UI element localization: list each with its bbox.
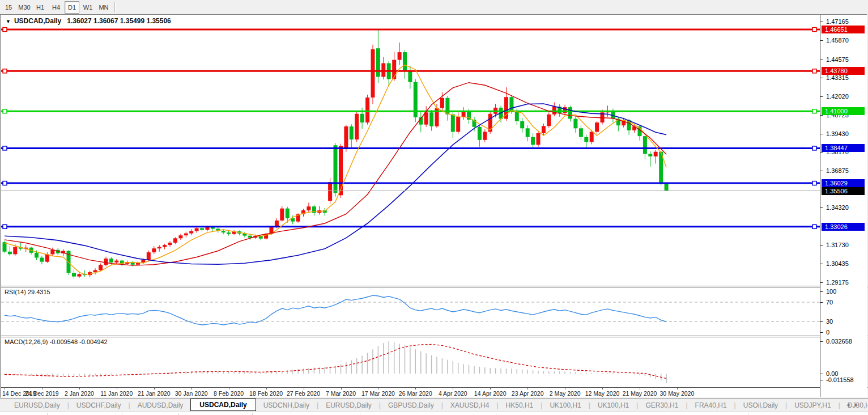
axis-tick (820, 264, 823, 264)
tab-hk50-h1[interactable]: HK50,H1 (499, 400, 541, 411)
axis-tick (820, 60, 823, 60)
date-tick (117, 388, 117, 389)
rsi-axis-label: 70 (826, 299, 833, 306)
date-tick (79, 388, 80, 389)
axis-tick (820, 134, 823, 134)
date-tick (602, 388, 603, 389)
date-label: 26 Mar 2020 (399, 390, 432, 397)
price-axis-label: 1.29175 (826, 279, 849, 286)
tab-ger30-h1[interactable]: GER30,H1 (638, 400, 686, 411)
timeframe-button-w1[interactable]: W1 (80, 1, 95, 14)
axis-tick (820, 374, 823, 374)
axis-tick (820, 40, 823, 41)
axis-tick (820, 282, 823, 283)
timeframe-button-h4[interactable]: H4 (49, 1, 63, 14)
tab-usdcad-daily[interactable]: USDCAD,Daily (190, 399, 256, 411)
date-label: 17 Mar 2020 (361, 390, 395, 397)
date-tick (154, 388, 155, 389)
date-tick (453, 388, 453, 389)
price-line-badge: 1.41000 (822, 107, 865, 115)
timeframe-button-h1[interactable]: H1 (33, 1, 48, 14)
statusbar-separator (252, 413, 253, 415)
axis-tick (820, 291, 823, 292)
date-label: 2 May 2020 (550, 390, 581, 397)
main-price-canvas[interactable] (1, 15, 820, 286)
date-label: 4 Apr 2020 (439, 390, 467, 397)
date-tick (42, 388, 42, 389)
tab-scroll-left-icon[interactable]: ◄ (845, 402, 854, 408)
price-axis[interactable]: 1.471651.458701.445751.433151.420201.407… (820, 15, 867, 397)
price-axis-label: 1.47165 (826, 18, 849, 25)
statusbar-separator (122, 413, 122, 415)
timeframe-button-d1[interactable]: D1 (65, 1, 79, 14)
tab-usdchf-daily[interactable]: USDCHF,Daily (69, 400, 129, 411)
panel-splitter[interactable] (1, 336, 867, 337)
symbol-period-label: USDCAD,Daily (14, 17, 61, 25)
date-label: 21 Jan 2020 (138, 390, 171, 397)
chart-title: ▼USDCAD,Daily1.36027 1.36067 1.35499 1.3… (6, 17, 171, 25)
date-tick (266, 388, 267, 389)
tab-uk100-h1[interactable]: UK100,H1 (542, 400, 588, 411)
tab-usdcnh-daily[interactable]: USDCNH,Daily (256, 400, 317, 411)
price-line-badge: 1.38447 (822, 144, 865, 152)
ohlc-quote: 1.36027 1.36067 1.35499 1.35506 (67, 17, 171, 25)
axis-tick (820, 96, 823, 97)
axis-tick (820, 321, 823, 322)
date-tick (640, 388, 640, 389)
status-bar (0, 412, 868, 415)
price-axis-label: 1.39430 (826, 130, 849, 137)
date-tick (341, 388, 342, 389)
price-line-badge: 1.33026 (822, 223, 865, 231)
date-tick (192, 388, 192, 389)
date-tick (378, 388, 378, 389)
tab-eurusd-daily[interactable]: EURUSD,Daily (318, 400, 379, 411)
axis-tick (820, 171, 823, 171)
date-tick (527, 388, 528, 389)
price-axis-label: 1.43315 (826, 74, 849, 81)
macd-axis-label: -0.011558 (826, 376, 854, 383)
axis-tick (820, 380, 823, 380)
macd-canvas[interactable] (1, 337, 820, 387)
date-label: 12 May 2020 (585, 390, 620, 397)
date-label: 8 Feb 2020 (214, 390, 244, 397)
date-tick (304, 388, 304, 389)
date-label: 27 Feb 2020 (287, 390, 320, 397)
current-price-badge: 1.35506 (822, 187, 865, 195)
chart-plot-area[interactable]: 14 Dec 201924 Dec 20192 Jan 202011 Jan 2… (1, 15, 820, 397)
axis-tick (820, 78, 823, 78)
date-axis[interactable]: 14 Dec 201924 Dec 20192 Jan 202011 Jan 2… (1, 387, 867, 397)
tab-usoil-daily[interactable]: USOil,Daily (736, 400, 785, 411)
date-label: 11 Jan 2020 (100, 390, 133, 397)
chart-tab-bar: EURUSD,Daily|USDCHF,Daily|AUDUSD,DailyUS… (0, 398, 868, 412)
price-axis-label: 1.34320 (826, 204, 849, 211)
panel-splitter[interactable] (1, 286, 867, 287)
chevron-down-icon[interactable]: ▼ (6, 19, 11, 24)
date-label: 30 May 2020 (660, 390, 695, 397)
tab-xauusd-h4[interactable]: XAUUSD,H4 (443, 400, 497, 411)
macd-axis-label: 0.032658 (826, 338, 852, 345)
axis-tick (820, 332, 823, 333)
date-label: 7 Mar 2020 (326, 390, 356, 397)
date-tick (5, 388, 5, 389)
date-tick (677, 388, 678, 389)
rsi-canvas[interactable] (1, 287, 820, 336)
tab-gbpusd-daily[interactable]: GBPUSD,Daily (381, 400, 441, 411)
tab-eurusd-daily[interactable]: EURUSD,Daily (7, 400, 67, 411)
date-label: 21 May 2020 (623, 390, 657, 397)
timeframe-button-m30[interactable]: M30 (17, 1, 32, 14)
tab-scroll-right-icon[interactable]: ► (854, 402, 862, 408)
tab-audusd-daily[interactable]: AUDUSD,Daily (130, 400, 191, 411)
price-axis-label: 1.45870 (826, 37, 849, 44)
timeframe-button-mn[interactable]: MN (96, 1, 111, 14)
date-label: 23 Apr 2020 (512, 390, 544, 397)
statusbar-separator (178, 413, 179, 415)
price-axis-label: 1.44575 (826, 56, 849, 63)
statusbar-separator (748, 413, 748, 415)
date-label: 14 Apr 2020 (474, 390, 507, 397)
timeframe-button-15[interactable]: 15 (1, 1, 16, 14)
tab-fra40-h1[interactable]: FRA40,H1 (688, 400, 734, 411)
axis-tick (820, 341, 823, 342)
tab-uk100-h1[interactable]: UK100,H1 (590, 400, 636, 411)
tab-usdjpy-h1[interactable]: USDJPY,H1 (787, 400, 838, 411)
date-label: 2 Jan 2020 (65, 390, 94, 397)
